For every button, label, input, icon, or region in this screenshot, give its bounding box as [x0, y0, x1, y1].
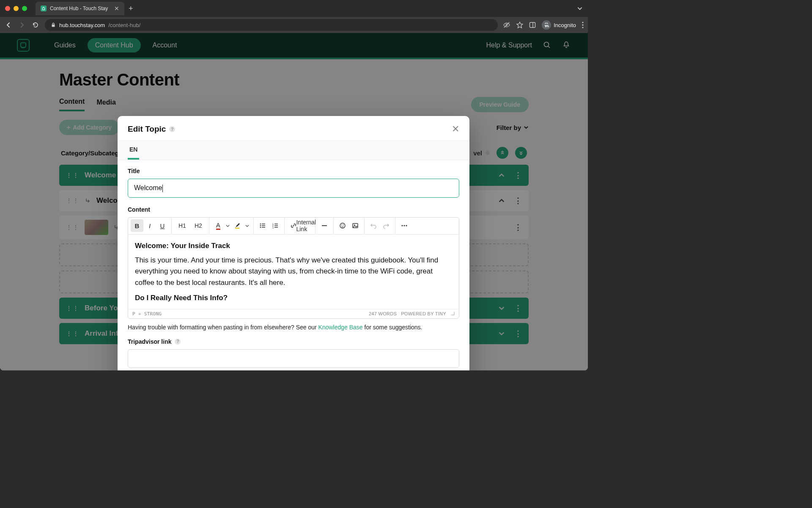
- reload-button[interactable]: [31, 22, 40, 28]
- title-input-value: Welcome: [134, 184, 162, 191]
- bookmark-star-icon[interactable]: [516, 22, 523, 28]
- title-input[interactable]: Welcome: [128, 179, 459, 198]
- edit-topic-modal: Edit Topic ? ✕ EN Title Welcome Content …: [118, 116, 469, 370]
- text-color-button[interactable]: A: [212, 219, 225, 232]
- url-path: /content-hub/: [108, 22, 140, 28]
- browser-menu-button[interactable]: [582, 22, 584, 28]
- h1-button[interactable]: H1: [174, 219, 190, 232]
- redo-button[interactable]: [380, 219, 392, 232]
- rte-powered-by: POWERED BY TINY: [401, 311, 446, 316]
- incognito-icon: [542, 20, 551, 30]
- forward-button[interactable]: [18, 22, 26, 28]
- new-tab-button[interactable]: +: [129, 4, 133, 13]
- text-color-dropdown[interactable]: [225, 219, 231, 232]
- text-caret: [162, 185, 163, 192]
- window-controls: [5, 6, 27, 11]
- tab-title: Content Hub - Touch Stay: [50, 6, 108, 11]
- content-paragraph-1: This is your time. And your time is prec…: [135, 255, 452, 288]
- close-icon[interactable]: ✕: [452, 124, 459, 135]
- svg-point-30: [403, 225, 405, 226]
- content-label: Content: [128, 206, 459, 213]
- svg-rect-0: [52, 25, 55, 27]
- title-label: Title: [128, 168, 459, 174]
- underline-button[interactable]: U: [156, 219, 169, 232]
- url-host: hub.touchstay.com: [59, 22, 105, 28]
- side-panel-icon[interactable]: [529, 22, 536, 28]
- minimize-window-button[interactable]: [14, 6, 19, 11]
- incognito-label: Incognito: [554, 22, 576, 28]
- highlight-button[interactable]: [231, 219, 244, 232]
- bullet-list-button[interactable]: [256, 219, 269, 232]
- italic-button[interactable]: I: [143, 219, 156, 232]
- svg-point-29: [401, 225, 403, 226]
- help-icon[interactable]: ?: [175, 339, 181, 345]
- maximize-window-button[interactable]: [22, 6, 27, 11]
- browser-tab-strip: Content Hub - Touch Stay ✕ +: [0, 0, 588, 17]
- eye-off-icon[interactable]: [503, 21, 510, 29]
- content-heading-2: Do I Really Need This Info?: [135, 293, 452, 304]
- help-pre: Having trouble with formatting when past…: [128, 324, 318, 331]
- svg-point-12: [260, 225, 261, 226]
- svg-rect-3: [530, 22, 535, 28]
- svg-point-13: [260, 227, 261, 228]
- incognito-badge[interactable]: Incognito: [542, 20, 576, 30]
- more-button[interactable]: [398, 219, 411, 232]
- rte-content-area[interactable]: Welcome: Your Inside Track This is your …: [128, 235, 459, 309]
- lock-icon: [51, 22, 56, 28]
- rte-footer: P » STRONG 247 WORDS POWERED BY TINY: [128, 309, 459, 318]
- lang-tab-en[interactable]: EN: [128, 141, 139, 160]
- svg-point-26: [343, 225, 344, 226]
- close-tab-button[interactable]: ✕: [114, 5, 119, 12]
- numbered-list-button[interactable]: 123: [269, 219, 282, 232]
- svg-point-24: [340, 223, 345, 228]
- highlight-dropdown[interactable]: [244, 219, 251, 232]
- hr-button[interactable]: [318, 219, 331, 232]
- svg-point-11: [260, 224, 261, 225]
- tripadvisor-label: Tripadvisor link: [128, 338, 171, 345]
- back-button[interactable]: [4, 22, 13, 28]
- tab-favicon: [41, 6, 47, 11]
- svg-rect-10: [235, 228, 239, 229]
- content-heading-1: Welcome: Your Inside Track: [135, 240, 452, 251]
- rte-word-count: 247 WORDS: [369, 311, 397, 316]
- emoji-button[interactable]: [336, 219, 349, 232]
- svg-point-25: [341, 225, 342, 226]
- rte-element-path[interactable]: P » STRONG: [132, 311, 162, 317]
- browser-tab[interactable]: Content Hub - Touch Stay ✕: [36, 2, 124, 15]
- close-window-button[interactable]: [5, 6, 10, 11]
- bold-button[interactable]: B: [131, 219, 143, 232]
- svg-point-31: [406, 225, 407, 226]
- tabs-dropdown-button[interactable]: [577, 6, 583, 11]
- resize-handle-icon[interactable]: [450, 311, 455, 315]
- formatting-help-text: Having trouble with formatting when past…: [128, 324, 459, 331]
- knowledge-base-link[interactable]: Knowledge Base: [318, 324, 363, 331]
- rte-toolbar: B I U H1 H2 A: [128, 218, 459, 235]
- help-post: for some suggestions.: [363, 324, 422, 331]
- svg-point-6: [582, 24, 583, 25]
- svg-point-5: [582, 22, 583, 23]
- browser-toolbar: hub.touchstay.com/content-hub/ Incognito: [0, 17, 588, 33]
- internal-link-button[interactable]: Internal Link: [300, 219, 313, 232]
- h2-button[interactable]: H2: [190, 219, 206, 232]
- undo-button[interactable]: [367, 219, 380, 232]
- address-bar[interactable]: hub.touchstay.com/content-hub/: [45, 19, 498, 31]
- rich-text-editor: B I U H1 H2 A: [128, 217, 459, 319]
- svg-text:3: 3: [272, 226, 274, 229]
- modal-title: Edit Topic: [128, 124, 166, 134]
- help-icon[interactable]: ?: [169, 126, 175, 132]
- tripadvisor-input[interactable]: [128, 349, 459, 368]
- svg-point-7: [582, 27, 583, 28]
- image-button[interactable]: [349, 219, 362, 232]
